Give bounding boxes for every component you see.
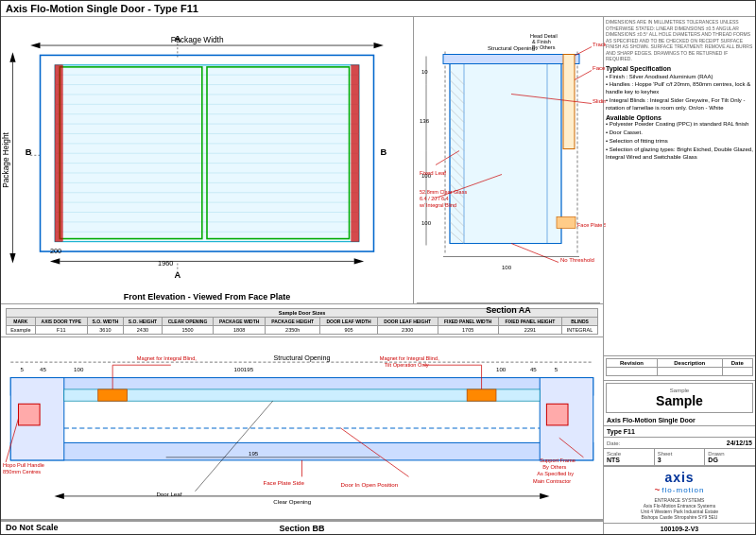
axis-logo: axis ~ flo-motion ENTRANCE SYSTEMS Axis … bbox=[607, 470, 752, 520]
svg-text:Door In Open Position: Door In Open Position bbox=[341, 481, 399, 488]
svg-text:Face Plate Side: Face Plate Side bbox=[577, 222, 606, 228]
cell-pkg-h: 2350h bbox=[266, 326, 320, 335]
spec-item-2: • Handles : Hoppe 'Pull' c/f 20mm, 850mm… bbox=[606, 81, 753, 96]
date-row: Date: 24/12/15 bbox=[604, 438, 755, 449]
type-row: Type F11 bbox=[604, 426, 755, 438]
flo-motion-text: flo-motion bbox=[662, 486, 704, 494]
cell-dl-h: 2300 bbox=[377, 326, 438, 335]
title-bar: Axis Flo-Motion Single Door - Type F11 bbox=[1, 1, 755, 17]
drawn-value: DG bbox=[708, 457, 752, 463]
section-aa-svg: Head Detail & Finish By Others 10 136 10… bbox=[417, 20, 606, 301]
svg-text:195: 195 bbox=[244, 366, 254, 372]
project-value: Axis Flo-Motion Single Door bbox=[607, 417, 696, 423]
svg-rect-92 bbox=[557, 217, 576, 229]
svg-text:Structural Opening: Structural Opening bbox=[488, 45, 535, 51]
svg-text:6.4 / 20 / 6.4: 6.4 / 20 / 6.4 bbox=[420, 196, 449, 201]
rev-col-date: Date bbox=[722, 359, 752, 368]
svg-text:Support Frame: Support Frame bbox=[540, 457, 576, 463]
svg-text:100: 100 bbox=[74, 366, 84, 372]
drawing-area: Package Width Package Height A B bbox=[1, 17, 604, 534]
svg-text:45: 45 bbox=[530, 366, 537, 372]
date-value: 24/12/15 bbox=[727, 440, 752, 446]
sample-box: Sample Sample bbox=[606, 383, 753, 413]
svg-text:10: 10 bbox=[421, 69, 428, 75]
col-blinds: BLINDS bbox=[562, 318, 598, 326]
svg-text:195: 195 bbox=[249, 450, 259, 457]
option-3: • Selection of fitting trims bbox=[606, 138, 753, 146]
content-area: Package Width Package Height A B bbox=[1, 17, 755, 534]
svg-line-61 bbox=[575, 71, 592, 80]
svg-rect-35 bbox=[352, 65, 359, 242]
svg-text:B: B bbox=[26, 147, 32, 157]
svg-text:No Threshold: No Threshold bbox=[560, 257, 594, 263]
svg-text:1960: 1960 bbox=[158, 259, 173, 268]
svg-marker-39 bbox=[50, 258, 60, 264]
cell-mark: Example bbox=[7, 326, 36, 335]
section-bb-title: Section BB bbox=[1, 521, 603, 534]
svg-marker-2 bbox=[373, 43, 383, 48]
svg-text:Fixed Leaf: Fixed Leaf bbox=[420, 170, 446, 176]
svg-text:136: 136 bbox=[420, 118, 430, 124]
svg-rect-34 bbox=[55, 65, 62, 242]
notes-text: DIMENSIONS ARE IN MILLIMETRES TOLERANCES… bbox=[606, 19, 753, 62]
scale-value: NTS bbox=[607, 457, 651, 463]
svg-text:Tilt Operation Only: Tilt Operation Only bbox=[385, 362, 429, 368]
drawing-number: 100109-2-V3 bbox=[604, 523, 755, 534]
svg-text:850mm Centres: 850mm Centres bbox=[3, 469, 41, 475]
svg-text:Sliding Door: Sliding Door bbox=[593, 98, 606, 104]
axis-text: axis bbox=[664, 470, 694, 485]
front-elevation-panel: Package Width Package Height A B bbox=[1, 17, 414, 303]
col-fixed-panel-width: FIXED PANEL WIDTH bbox=[438, 318, 498, 326]
right-panel: DIMENSIONS ARE IN MILLIMETRES TOLERANCES… bbox=[604, 17, 755, 534]
col-package-height: PACKAGE HEIGHT bbox=[266, 318, 320, 326]
svg-text:Clear Opening: Clear Opening bbox=[273, 498, 311, 505]
svg-text:100: 100 bbox=[234, 366, 245, 372]
company-info: ENTRANCE SYSTEMS Axis Flo-Motion Entranc… bbox=[641, 497, 718, 520]
option-2: • Door Casset. bbox=[606, 129, 753, 137]
svg-text:B: B bbox=[380, 147, 387, 157]
svg-text:Face Plate: Face Plate bbox=[593, 65, 606, 71]
main-container: Axis Flo-Motion Single Door - Type F11 P… bbox=[0, 0, 756, 535]
cell-blinds: INTEGRAL bbox=[562, 326, 598, 335]
rev-cell-empty-1 bbox=[607, 368, 658, 376]
cell-so-height: 2430 bbox=[123, 326, 162, 335]
section-aa-title: Section AA bbox=[417, 302, 600, 317]
scale-cell: Scale NTS bbox=[604, 449, 655, 465]
section-bb-panel: Structural Opening 5 45 100 100 195 100 … bbox=[1, 337, 603, 520]
svg-marker-6 bbox=[9, 253, 15, 263]
svg-rect-117 bbox=[467, 389, 496, 401]
option-4: • Selection of glazing types: Bright Etc… bbox=[606, 147, 753, 162]
drawn-cell: Drawn DG bbox=[705, 449, 755, 465]
col-clear-opening: CLEAR OPENING bbox=[162, 318, 213, 326]
tilde-icon: ~ bbox=[655, 485, 661, 495]
svg-text:As Specified by: As Specified by bbox=[537, 471, 574, 476]
svg-rect-109 bbox=[10, 442, 593, 459]
svg-text:By Others: By Others bbox=[532, 44, 556, 50]
spec-item-1: • Finish : Silver Anodised Aluminium (RA… bbox=[606, 74, 753, 81]
svg-marker-142 bbox=[540, 493, 549, 499]
sheet-value: 3 bbox=[658, 457, 702, 463]
svg-text:Main Contractor: Main Contractor bbox=[533, 478, 571, 484]
svg-text:5: 5 bbox=[21, 366, 25, 372]
svg-rect-111 bbox=[18, 404, 40, 425]
svg-text:45: 45 bbox=[40, 366, 46, 372]
svg-text:100: 100 bbox=[496, 366, 507, 372]
front-elevation-svg: Package Width Package Height A B bbox=[1, 17, 413, 303]
spec-area: DIMENSIONS ARE IN MILLIMETRES TOLERANCES… bbox=[604, 17, 755, 356]
svg-text:52.8mm Clear Glass: 52.8mm Clear Glass bbox=[420, 189, 467, 195]
table-row: Example F11 3610 2430 1500 1808 2350h 90… bbox=[7, 326, 598, 335]
svg-text:Package Height: Package Height bbox=[1, 132, 10, 188]
svg-text:A: A bbox=[174, 34, 180, 43]
svg-rect-63 bbox=[450, 64, 561, 244]
options-title: Available Options bbox=[606, 114, 753, 121]
svg-marker-1 bbox=[30, 43, 40, 48]
cell-clear: 1500 bbox=[162, 326, 213, 335]
page-title: Axis Flo-Motion Single Door - Type F11 bbox=[6, 3, 198, 14]
revision-row-empty bbox=[607, 368, 753, 376]
svg-text:200: 200 bbox=[50, 247, 61, 255]
top-section: Package Width Package Height A B bbox=[1, 17, 603, 304]
section-bb-svg: Structural Opening 5 45 100 100 195 100 … bbox=[1, 337, 603, 519]
cell-dl-w: 905 bbox=[320, 326, 378, 335]
svg-marker-141 bbox=[55, 493, 64, 499]
table-header-row: MARK AXIS DOOR TYPE S.O. WIDTH S.O. HEIG… bbox=[7, 318, 598, 326]
